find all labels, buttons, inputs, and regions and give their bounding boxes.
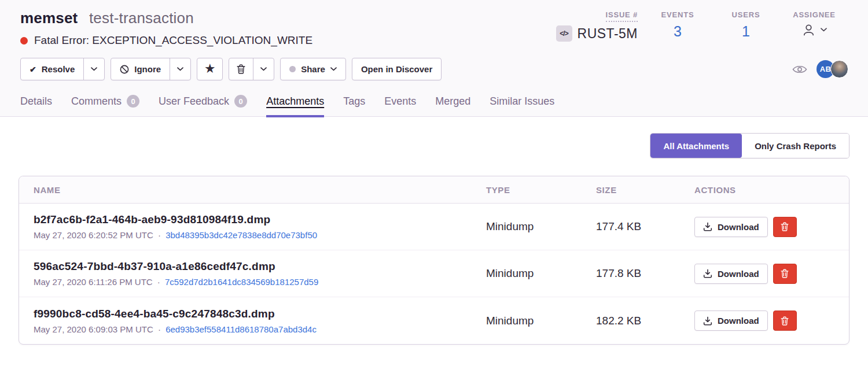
tab[interactable]: Tags xyxy=(343,95,365,116)
chevron-down-icon xyxy=(821,28,827,32)
resolve-dropdown-button[interactable] xyxy=(83,58,104,80)
share-button[interactable]: Share xyxy=(281,58,345,80)
tab-label: User Feedback xyxy=(159,95,229,108)
attachment-size: 177.8 KB xyxy=(596,267,694,280)
delete-button-group xyxy=(229,58,274,80)
stat-issue-id: ISSUE # </> RUST-5M xyxy=(556,10,643,42)
trash-icon xyxy=(781,316,789,326)
attachment-size: 177.4 KB xyxy=(596,220,694,233)
tab[interactable]: Similar Issues xyxy=(490,95,554,116)
download-button[interactable]: Download xyxy=(694,311,768,331)
attachment-filename: f9990bc8-cd58-4ee4-ba45-c9c247848c3d.dmp xyxy=(34,308,486,320)
chevron-down-icon xyxy=(177,67,183,71)
event-id-link[interactable]: 6ed93b3ef558411d8618780a7abd3d4c xyxy=(165,324,317,334)
ignore-label: Ignore xyxy=(134,64,161,74)
download-label: Download xyxy=(718,316,759,326)
error-text: Fatal Error: EXCEPTION_ACCESS_VIOLATION_… xyxy=(34,34,312,47)
ignore-button-group: Ignore xyxy=(111,58,191,80)
event-id-link[interactable]: 3bd48395b3dc42e7838e8dd70e73bf50 xyxy=(165,230,317,240)
tab-count-badge: 0 xyxy=(127,95,139,108)
attachment-name-cell: 596ac524-7bbd-4b37-910a-a1e86cedf47c.dmp… xyxy=(34,260,486,287)
attachment-meta: May 27, 2020 6:11:26 PM UTC · 7c592d7d2b… xyxy=(34,277,486,287)
users-label: USERS xyxy=(732,10,760,19)
attachment-timestamp: May 27, 2020 6:09:03 PM UTC xyxy=(34,324,153,334)
download-icon xyxy=(703,316,712,326)
trash-icon xyxy=(781,222,789,231)
events-count: 3 xyxy=(674,24,682,39)
open-in-discover-button[interactable]: Open in Discover xyxy=(352,58,441,80)
column-header-type: TYPE xyxy=(486,185,596,195)
attachments-panel: All Attachments Only Crash Reports NAME … xyxy=(0,117,868,377)
only-crash-reports-button[interactable]: Only Crash Reports xyxy=(742,134,849,158)
tab-count-badge: 0 xyxy=(234,95,247,108)
event-id-link[interactable]: 7c592d7d2b1641dc834569b181257d59 xyxy=(165,277,318,287)
ignore-button[interactable]: Ignore xyxy=(111,58,170,80)
column-header-actions: ACTIONS xyxy=(694,185,849,195)
subscribe-eye-icon[interactable] xyxy=(792,64,807,75)
share-label: Share xyxy=(301,64,325,74)
trash-icon xyxy=(237,64,245,74)
share-button-group: Share xyxy=(280,58,346,80)
delete-attachment-button[interactable] xyxy=(773,311,797,331)
column-header-size: SIZE xyxy=(596,185,694,195)
download-icon xyxy=(703,222,712,231)
download-button[interactable]: Download xyxy=(694,217,768,237)
bookmark-button[interactable]: ★ xyxy=(197,58,222,80)
chevron-down-icon xyxy=(330,67,337,71)
attachment-meta: May 27, 2020 6:20:52 PM UTC · 3bd48395b3… xyxy=(34,230,486,240)
assignee-label: ASSIGNEE xyxy=(793,10,836,19)
toolbar-right: AB xyxy=(792,60,848,78)
tab[interactable]: Events xyxy=(384,95,416,116)
assignee-dropdown[interactable] xyxy=(801,23,827,37)
table-row: b2f7ac6b-f2a1-464b-aeb9-93d810984f19.dmp… xyxy=(19,204,849,250)
circle-slash-icon xyxy=(120,65,129,74)
issue-short-id: </> RUST-5M xyxy=(556,25,638,42)
table-row: 596ac524-7bbd-4b37-910a-a1e86cedf47c.dmp… xyxy=(19,250,849,297)
tab[interactable]: Comments 0 xyxy=(71,95,139,116)
resolve-button[interactable]: ✔ Resolve xyxy=(21,58,83,80)
ignore-dropdown-button[interactable] xyxy=(170,58,190,80)
attachments-filter-row: All Attachments Only Crash Reports xyxy=(0,117,868,158)
tab-label: Details xyxy=(20,95,52,108)
error-level: Fatal Error: xyxy=(34,34,89,46)
delete-dropdown-button[interactable] xyxy=(253,58,274,80)
tab[interactable]: User Feedback 0 xyxy=(159,95,247,116)
stat-users: USERS 1 xyxy=(712,10,780,39)
download-icon xyxy=(703,269,712,278)
attachment-timestamp: May 27, 2020 6:11:26 PM UTC xyxy=(34,277,153,287)
issue-short-id-value: RUST-5M xyxy=(578,26,638,42)
tab[interactable]: Merged xyxy=(435,95,470,116)
table-header-row: NAME TYPE SIZE ACTIONS xyxy=(19,176,849,204)
stat-assignee: ASSIGNEE xyxy=(780,10,848,37)
check-icon: ✔ xyxy=(30,65,36,74)
attachment-filename: 596ac524-7bbd-4b37-910a-a1e86cedf47c.dmp xyxy=(34,260,486,273)
tab-label: Merged xyxy=(435,95,470,108)
tab-label: Tags xyxy=(343,95,365,108)
events-label: EVENTS xyxy=(661,10,694,19)
tab[interactable]: Details xyxy=(20,95,52,116)
seen-by-avatars: AB xyxy=(816,60,848,78)
delete-attachment-button[interactable] xyxy=(773,264,797,284)
attachment-timestamp: May 27, 2020 6:20:52 PM UTC xyxy=(34,230,153,240)
open-in-discover-label: Open in Discover xyxy=(361,64,432,74)
error-level-dot-icon xyxy=(20,37,28,45)
tab-label: Attachments xyxy=(266,95,324,108)
error-summary: Fatal Error: EXCEPTION_ACCESS_VIOLATION_… xyxy=(20,34,312,47)
attachment-size: 182.2 KB xyxy=(596,315,694,327)
table-row: f9990bc8-cd58-4ee4-ba45-c9c247848c3d.dmp… xyxy=(19,297,849,344)
download-button[interactable]: Download xyxy=(694,264,768,284)
download-label: Download xyxy=(718,222,759,232)
person-icon xyxy=(801,23,816,37)
all-attachments-button[interactable]: All Attachments xyxy=(650,134,742,158)
tab[interactable]: Attachments xyxy=(266,95,324,116)
action-toolbar: ✔ Resolve Ignore ★ xyxy=(0,47,868,80)
attachment-type: Minidump xyxy=(486,267,596,280)
delete-attachment-button[interactable] xyxy=(773,217,797,237)
attachment-meta: May 27, 2020 6:09:03 PM UTC · 6ed93b3ef5… xyxy=(34,324,486,334)
attachment-name-cell: b2f7ac6b-f2a1-464b-aeb9-93d810984f19.dmp… xyxy=(34,213,486,240)
attachment-actions: Download xyxy=(694,217,849,237)
attachments-filter-toggle: All Attachments Only Crash Reports xyxy=(650,133,849,158)
issue-number-label: ISSUE # xyxy=(606,10,638,22)
delete-issue-button[interactable] xyxy=(229,58,253,80)
meta-separator: · xyxy=(157,277,160,287)
